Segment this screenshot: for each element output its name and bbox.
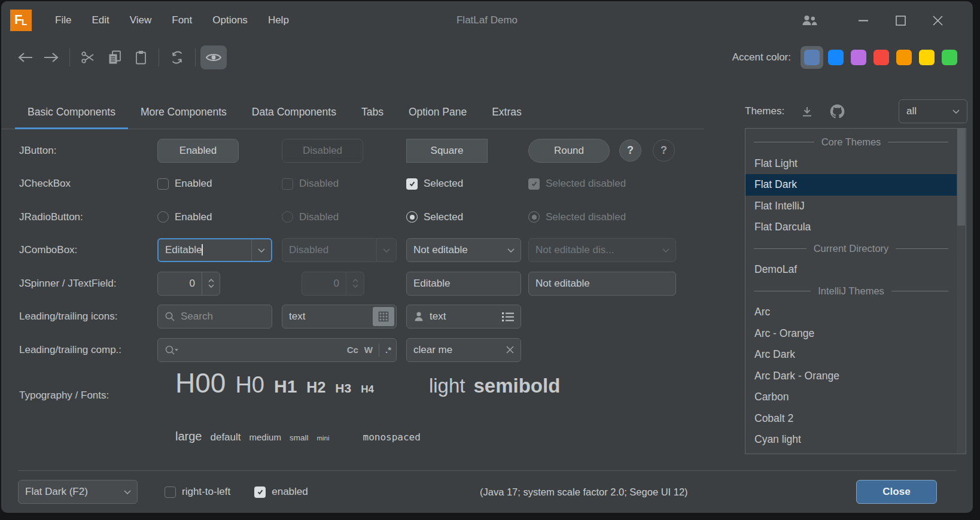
jradiobutton-label: JRadioButton:: [1, 211, 157, 223]
whole-word-button[interactable]: W: [364, 345, 373, 355]
checkbox-enabled[interactable]: [157, 178, 169, 190]
menu-options[interactable]: Options: [202, 10, 258, 31]
clearable-input[interactable]: clear me: [406, 338, 521, 362]
theme-item-flat-light[interactable]: Flat Light: [745, 153, 957, 175]
lookandfeel-combobox[interactable]: Flat Dark (F2): [18, 480, 138, 504]
radio-selected[interactable]: [406, 211, 418, 223]
square-button[interactable]: Square: [406, 139, 488, 163]
theme-item-flat-dark[interactable]: Flat Dark: [745, 174, 957, 196]
themes-filter-combobox[interactable]: all: [899, 99, 967, 123]
radio-disabled: [282, 211, 293, 223]
toolbar-separator: [195, 48, 196, 66]
theme-item-cyan-light[interactable]: Cyan light: [745, 429, 957, 451]
menu-file[interactable]: File: [45, 10, 81, 31]
maximize-button[interactable]: [882, 1, 919, 39]
toolbar-separator: [69, 48, 70, 66]
accent-swatch[interactable]: [942, 50, 957, 65]
copy-icon[interactable]: [101, 45, 127, 69]
theme-item-arc-dark[interactable]: Arc Dark: [745, 344, 957, 366]
h1-sample: H1: [274, 376, 297, 397]
accent-swatch[interactable]: [804, 50, 820, 65]
accent-swatch[interactable]: [828, 50, 844, 65]
tab-extras[interactable]: Extras: [479, 96, 534, 129]
menu-help[interactable]: Help: [258, 10, 299, 31]
refresh-icon[interactable]: [164, 45, 190, 69]
menu-view[interactable]: View: [120, 10, 162, 31]
enabled-button[interactable]: Enabled: [157, 139, 239, 163]
scrollbar-thumb[interactable]: [957, 129, 965, 226]
jspinner-label: JSpinner / JTextField:: [1, 278, 157, 290]
chevron-down-icon[interactable]: [251, 239, 271, 261]
disabled-button: Disabled: [282, 139, 363, 163]
theme-item-arc[interactable]: Arc: [745, 302, 957, 323]
search-options-icon[interactable]: [165, 345, 179, 355]
theme-item-dark-flat[interactable]: Dark Flat: [745, 451, 957, 455]
theme-item-demolaf[interactable]: DemoLaf: [745, 259, 957, 281]
jcheckbox-row: JCheckBox Enabled Disabled Selected Sele…: [1, 168, 713, 201]
user-icon: [413, 311, 424, 322]
clear-icon[interactable]: [506, 346, 514, 354]
text-input-user-icon[interactable]: text: [406, 305, 521, 329]
themes-filter-value: all: [906, 105, 917, 117]
leading-trailing-icons-row: Leading/trailing icons: Search text: [1, 300, 713, 334]
spinner[interactable]: 0: [157, 272, 220, 296]
show-hidden-eye-icon[interactable]: [200, 45, 227, 69]
spinner-arrows[interactable]: [202, 272, 220, 295]
right-to-left-checkbox[interactable]: [165, 486, 176, 498]
theme-item-flat-intellij[interactable]: Flat IntelliJ: [745, 196, 957, 217]
chevron-down-icon[interactable]: [501, 239, 521, 261]
accent-swatch-selected[interactable]: [801, 46, 823, 69]
chevron-down-icon[interactable]: [117, 481, 137, 503]
theme-item-arc-dark-orange[interactable]: Arc Dark - Orange: [745, 366, 957, 387]
search-icon: [165, 311, 175, 322]
menubar: File Edit View Font Options Help: [45, 10, 299, 31]
tab-more-components[interactable]: More Components: [128, 96, 239, 129]
theme-item-arc-orange[interactable]: Arc - Orange: [745, 323, 957, 345]
forward-icon[interactable]: [38, 45, 65, 69]
github-icon[interactable]: [830, 104, 845, 119]
table-icon[interactable]: [373, 307, 394, 326]
checkbox-selected[interactable]: [406, 178, 418, 190]
accent-swatch[interactable]: [851, 50, 866, 65]
tab-tabs[interactable]: Tabs: [349, 96, 396, 129]
paste-icon[interactable]: [127, 45, 154, 69]
text-input-table-icon[interactable]: text: [282, 305, 397, 329]
tab-option-pane[interactable]: Option Pane: [396, 96, 479, 129]
themes-scrollbar[interactable]: [957, 129, 966, 454]
tab-data-components[interactable]: Data Components: [239, 96, 349, 129]
cut-icon[interactable]: [75, 45, 101, 69]
theme-item-cobalt-2[interactable]: Cobalt 2: [745, 408, 957, 430]
tab-basic-components[interactable]: Basic Components: [15, 96, 128, 129]
round-button[interactable]: Round: [528, 139, 610, 163]
combobox-editable[interactable]: Editable: [157, 238, 272, 262]
regex-button[interactable]: .*: [385, 345, 391, 355]
help-button-2[interactable]: ?: [653, 139, 675, 162]
light-sample: light: [429, 375, 465, 397]
tab-bar: Basic Components More Components Data Co…: [1, 96, 704, 129]
users-icon[interactable]: [791, 1, 828, 39]
theme-item-carbon[interactable]: Carbon: [745, 387, 957, 408]
menu-edit[interactable]: Edit: [81, 10, 119, 31]
download-icon[interactable]: [801, 106, 813, 117]
typography-label: Typography / Fonts:: [1, 390, 157, 402]
accent-swatch[interactable]: [919, 50, 935, 65]
combobox-not-editable[interactable]: Not editable: [406, 238, 521, 262]
textfield-editable[interactable]: Editable: [406, 272, 521, 296]
minimize-button[interactable]: [845, 1, 882, 39]
list-icon[interactable]: [502, 312, 514, 322]
enabled-checkbox[interactable]: [254, 486, 266, 498]
themes-label: Themes:: [745, 105, 784, 117]
accent-swatch[interactable]: [896, 50, 912, 65]
search-input[interactable]: Search: [157, 305, 272, 329]
accent-swatch[interactable]: [874, 50, 889, 65]
radio-enabled[interactable]: [157, 211, 169, 223]
back-icon[interactable]: [12, 45, 38, 69]
help-button[interactable]: ?: [619, 139, 641, 162]
menu-font[interactable]: Font: [162, 10, 202, 31]
close-button[interactable]: Close: [856, 480, 937, 504]
match-case-button[interactable]: Cc: [347, 345, 358, 355]
theme-item-flat-darcula[interactable]: Flat Darcula: [745, 217, 957, 238]
close-window-button[interactable]: [919, 1, 956, 39]
jbutton-row: JButton: Enabled Disabled Square Round ?…: [1, 134, 713, 168]
search-input-advanced[interactable]: Cc W .*: [157, 338, 397, 362]
